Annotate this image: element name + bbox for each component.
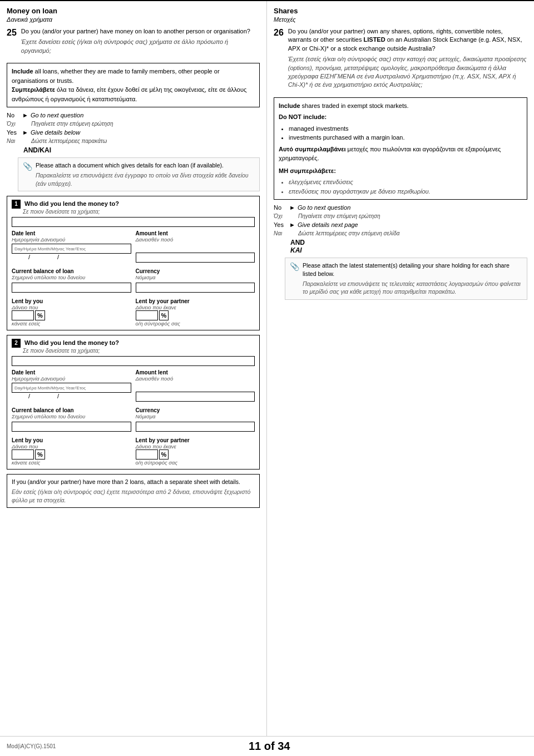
page-footer: Mod(iA)CY(G).1501 11 of 34 — [0, 736, 534, 756]
form-2-amount-input[interactable] — [136, 392, 255, 402]
right-yes-label-greek: Ναι — [274, 230, 289, 236]
form-2-lent-partner-greek: Δάνειο που έκανε — [136, 443, 255, 449]
attach-note-box: 📎 Please attach a document which gives d… — [18, 157, 260, 191]
right-yes-arrow-icon: ► — [289, 221, 295, 228]
no-desc-greek: Πηγαίνετε στην επόμενη ερώτηση — [31, 121, 113, 127]
greek-bold: Συμπεριλάβετε — [12, 86, 55, 93]
no-desc: Go to next question — [31, 112, 83, 118]
right-no-arrow-icon: ► — [289, 204, 295, 211]
form-2-lent-partner-label: Lent by your partner — [136, 437, 255, 443]
yes-label-row: Yes ► Give details below — [7, 129, 260, 136]
form-1-date-input[interactable]: Day/Ημέρα Month/Μήνας Year/Έτος — [12, 244, 131, 254]
form-2-question-greek: Σε ποιον δανείσατε τα χρήματα; — [23, 348, 255, 354]
form-1-date-placeholder: Day/Ημέρα Month/Μήνας Year/Έτος — [14, 246, 86, 251]
no-arrow-icon: ► — [22, 112, 28, 118]
form-2-lent-you-percent: % — [12, 449, 131, 459]
right-yes-label: Yes — [274, 221, 289, 228]
q26-auto-bold: Αυτό συμπεριλαμβάνει — [279, 146, 346, 152]
yes-option-row: Yes ► Give details below Ναι Δώστε λεπτο… — [7, 129, 260, 144]
form-1-name-input[interactable] — [12, 217, 255, 227]
form-1-balance-greek: Σημερινό υπόλοιπο του δανείου — [12, 274, 131, 280]
form-2-lent-you-greek: Δάνειο που — [12, 443, 131, 449]
right-section-header: Shares Μετοχές — [274, 7, 527, 23]
form-1-header: 1 Who did you lend the money to? Σε ποιο… — [12, 200, 255, 215]
right-no-desc: Go to next question — [298, 204, 350, 211]
no-option-row: No ► Go to next question Όχι Πηγαίνετε σ… — [7, 112, 260, 127]
form-2-lent-you-col: Lent by you Δάνειο που % κάνατε εσείς — [12, 437, 131, 466]
q26-bullet-1: managed investments — [289, 124, 522, 134]
right-attach-note-greek: Παρακαλείστε να επισυνάψετε τις τελευταί… — [303, 280, 522, 296]
question-26-number: 26 — [274, 27, 284, 94]
left-section-title: Money on loan — [7, 7, 260, 15]
form-1-amount-input[interactable] — [136, 253, 255, 263]
yes-desc-greek: Δώστε λεπτομέρειες παρακάτω — [31, 138, 107, 144]
form-1-currency-input[interactable] — [136, 283, 255, 293]
right-and-kai-block: AND ΚΑΙ — [290, 239, 527, 254]
q26-do-not-include: Do NOT include: — [279, 112, 522, 122]
q26-mh-bold: ΜΗ συμπεριλάβετε: — [279, 167, 336, 174]
form-1-amount-greek: Δανεισθέν ποσό — [136, 236, 255, 243]
form-1-lent-partner-input[interactable] — [136, 310, 158, 320]
footer-note-en: If you (and/or your partner) have more t… — [12, 478, 255, 486]
yes-label: Yes — [7, 129, 22, 136]
form-1-lent-row: Lent by you Δάνειο που % κάνατε εσείς Le… — [12, 298, 255, 327]
no-label: No — [7, 112, 22, 118]
page-number: 11 of 34 — [249, 740, 290, 753]
form-2-lent-you-input[interactable] — [12, 449, 34, 459]
question-26-info-box: Include shares traded in exempt stock ma… — [274, 97, 527, 200]
right-yes-option-row: Yes ► Give details next page Ναι Δώστε λ… — [274, 221, 527, 236]
question-25-info-box: Include all loans, whether they are made… — [7, 63, 260, 107]
question-25-body: Do you (and/or your partner) have money … — [21, 27, 260, 60]
q26-greek-bullet-1: ελεγχόμενες επενδύσεις — [289, 177, 522, 187]
q26-include-text: shares traded in exempt stock markets. — [300, 102, 409, 109]
form-2-balance-input[interactable] — [12, 422, 131, 432]
form-2-currency-input[interactable] — [136, 422, 255, 432]
question-25-header: 25 Do you (and/or your partner) have mon… — [7, 27, 260, 60]
form-1-lent-you-input[interactable] — [12, 310, 34, 320]
form-2-currency-greek: Νόμισμα — [136, 413, 255, 419]
form-2-lent-you-label: Lent by you — [12, 437, 131, 443]
form-2-amount-greek: Δανεισθέν ποσό — [136, 375, 255, 382]
form-1-lent-you-col: Lent by you Δάνειο που % κάνατε εσείς — [12, 298, 131, 327]
right-yes-desc: Give details next page — [298, 221, 358, 228]
right-no-desc-greek: Πηγαίνετε στην επόμενη ερώτηση — [298, 213, 380, 219]
form-1-lent-partner-greek: Δάνειο που έκανε — [136, 304, 255, 310]
form-2-date-amount-row: Date lent Ημερομηνία Δανεισμού Day/Ημέρα… — [12, 369, 255, 404]
footer-mod-code: Mod(iA)CY(G).1501 — [7, 743, 56, 749]
form-1-date-col: Date lent Ημερομηνία Δανεισμού Day/Ημέρα… — [12, 230, 131, 265]
question-26-greek: Έχετε (εσείς ή/και ο/η σύντροφός σας) στ… — [288, 55, 527, 90]
form-1-balance-currency-row: Current balance of loan Σημερινό υπόλοιπ… — [12, 268, 255, 295]
yes-label-greek: Ναι — [7, 138, 22, 144]
form-1-amount-col: Amount lent Δανεισθέν ποσό — [136, 230, 255, 265]
form-1-balance-input[interactable] — [12, 283, 131, 293]
right-attach-note-text: Please attach the latest statement(s) de… — [303, 261, 522, 296]
form-2-name-input[interactable] — [12, 356, 255, 366]
yes-arrow-icon: ► — [22, 129, 28, 136]
form-1-question-greek: Σε ποιον δανείσατε τα χρήματα; — [23, 209, 255, 215]
left-column: Money on loan Δανεικά χρήματα 25 Do you … — [0, 1, 267, 736]
form-2-lent-you-percent-sign: % — [35, 449, 45, 459]
form-1-number: 1 — [12, 200, 21, 209]
form-2-lent-partner-percent-sign: % — [159, 449, 169, 459]
form-2-lent-partner-col: Lent by your partner Δάνειο που έκανε % … — [136, 437, 255, 466]
no-label-greek: Όχι — [7, 121, 22, 127]
right-and-label: AND — [290, 239, 527, 246]
form-1-lent-partner-percent-sign: % — [159, 310, 169, 320]
form-section-1: 1 Who did you lend the money to? Σε ποιο… — [7, 196, 260, 330]
right-section-title-greek: Μετοχές — [274, 16, 527, 23]
form-2-amount-col: Amount lent Δανεισθέν ποσό — [136, 369, 255, 404]
main-content: Money on loan Δανεικά χρήματα 25 Do you … — [0, 0, 534, 736]
form-2-lent-partner-input[interactable] — [136, 449, 158, 459]
form-2-currency-label: Currency — [136, 407, 255, 413]
include-bold: Include — [12, 68, 33, 75]
form-1-lent-you-greek: Δάνειο που — [12, 304, 131, 310]
form-2-balance-col: Current balance of loan Σημερινό υπόλοιπ… — [12, 407, 131, 434]
form-1-date-slashes: / / — [12, 254, 131, 260]
form-2-balance-currency-row: Current balance of loan Σημερινό υπόλοιπ… — [12, 407, 255, 434]
form-2-date-input[interactable]: Day/Ημέρα Month/Μήνας Year/Έτος — [12, 383, 131, 393]
question-26-header: 26 Do you (and/or your partner) own any … — [274, 27, 527, 94]
right-no-label-greek: Όχι — [274, 213, 289, 219]
question-25-text: Do you (and/or your partner) have money … — [21, 27, 260, 36]
footer-note-greek: Εάν εσείς (ή/και ο/η σύντροφός σας) έχετ… — [12, 488, 255, 504]
yes-desc: Give details below — [31, 129, 80, 136]
